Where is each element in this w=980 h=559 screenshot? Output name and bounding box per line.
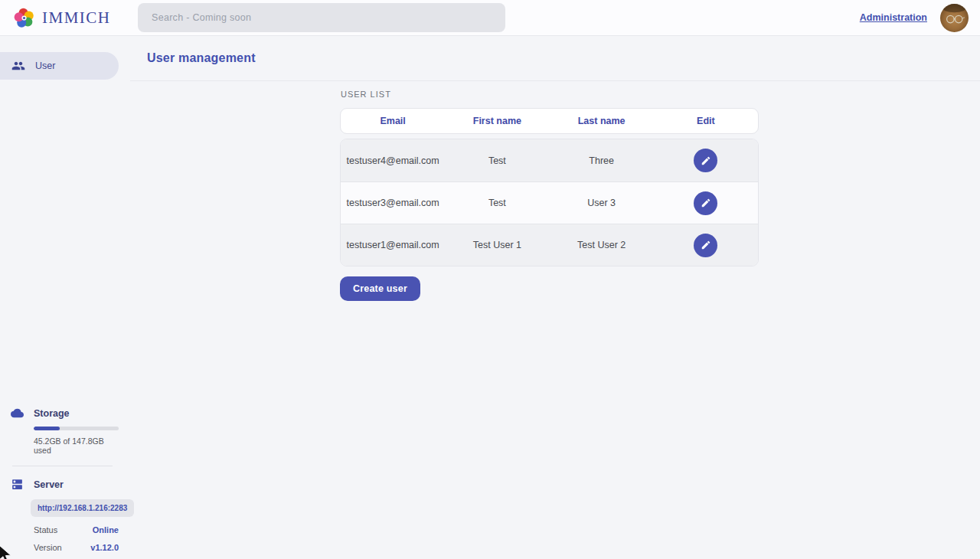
page-header: User management [130,36,980,81]
column-header-last-name: Last name [550,116,654,126]
pencil-icon [701,240,711,250]
sidebar-item-user[interactable]: User [0,52,119,80]
storage-panel: Storage 45.2GB of 147.8GB used [0,407,119,455]
storage-progress-fill [34,427,60,430]
storage-usage-text: 45.2GB of 147.8GB used [34,436,119,455]
table-row: testuser4@email.com Test Three [341,139,758,181]
user-table-header: Email First name Last name Edit [340,108,759,134]
server-version-row: Version v1.12.0 [34,543,119,552]
column-header-first-name: First name [445,116,549,126]
cell-first-name: Test User 1 [445,240,549,250]
server-status-value: Online [93,525,119,534]
server-title: Server [34,479,64,490]
app-logo[interactable]: IMMICH [0,6,130,30]
server-panel: Server http://192.168.1.216:2283 Status … [0,478,119,552]
administration-link[interactable]: Administration [860,12,927,23]
top-bar: IMMICH Administration [0,0,980,36]
user-table: testuser4@email.com Test Three testuser3… [340,139,759,266]
cell-last-name: Test User 2 [550,240,654,250]
column-header-edit: Edit [654,116,758,126]
app-title: IMMICH [42,8,111,28]
sidebar: User Storage 45.2GB of 147.8GB used S [0,36,119,559]
table-row: testuser1@email.com Test User 1 Test Use… [341,224,758,266]
users-icon [11,59,25,73]
server-status-row: Status Online [34,525,119,534]
storage-progress-bar [34,427,119,430]
user-avatar[interactable] [940,4,969,32]
cell-email: testuser3@email.com [341,198,445,208]
pencil-icon [701,155,711,166]
cell-email: testuser4@email.com [341,155,445,166]
cell-first-name: Test [445,198,549,208]
edit-user-button[interactable] [694,149,717,172]
pencil-icon [701,198,711,208]
cell-email: testuser1@email.com [341,240,445,250]
immich-flower-icon [12,6,36,30]
sidebar-item-user-label: User [35,60,55,71]
server-version-label: Version [34,543,62,552]
server-version-value: v1.12.0 [90,543,119,552]
edit-user-button[interactable] [694,234,717,257]
avatar-photo-glasses [940,4,969,32]
page-title: User management [147,51,256,65]
user-list-heading: USER LIST [341,90,759,99]
sidebar-divider [12,466,113,466]
server-icon [11,478,24,491]
cloud-icon [11,407,24,420]
column-header-email: Email [341,116,445,126]
main-content: User management USER LIST Email First na… [119,36,980,559]
cell-last-name: User 3 [550,198,654,208]
cell-first-name: Test [445,155,549,166]
server-status-label: Status [34,525,57,534]
top-bar-actions: Administration [860,4,980,32]
create-user-button[interactable]: Create user [340,276,420,301]
cell-last-name: Three [550,155,654,166]
sidebar-status-panels: Storage 45.2GB of 147.8GB used Server ht… [0,407,119,552]
search-input[interactable] [138,3,505,32]
table-row: testuser3@email.com Test User 3 [341,181,758,224]
storage-title: Storage [34,408,70,419]
edit-user-button[interactable] [694,191,717,215]
